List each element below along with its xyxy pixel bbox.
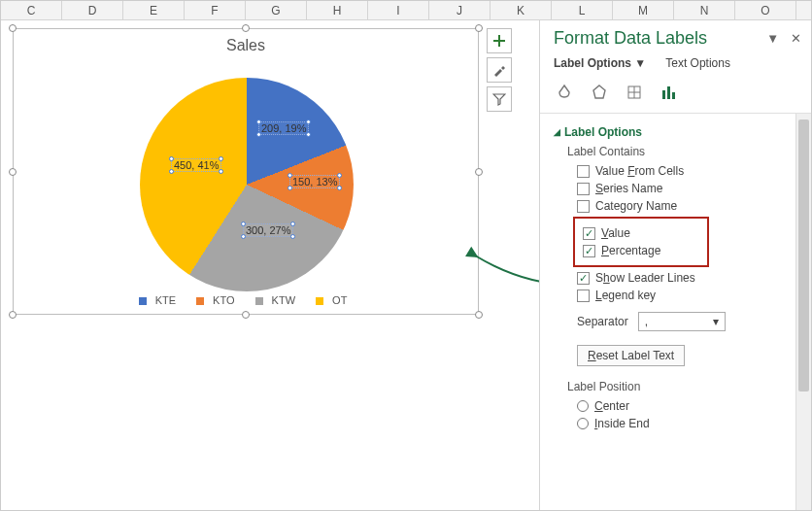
plus-icon (492, 34, 506, 48)
col-M[interactable]: M (613, 1, 674, 19)
chevron-down-icon: ▾ (713, 315, 719, 328)
label-options-icon[interactable] (659, 82, 680, 103)
effects-icon[interactable] (589, 82, 610, 103)
svg-rect-4 (672, 92, 675, 99)
col-D[interactable]: D (62, 1, 123, 19)
col-H[interactable]: H (307, 1, 368, 19)
data-label-ktw[interactable]: 300, 27% (243, 223, 293, 237)
fill-line-icon[interactable] (554, 82, 575, 103)
chart-filters-button[interactable] (487, 86, 512, 112)
chart-legend[interactable]: KTE KTO KTW OT (14, 294, 478, 306)
col-G[interactable]: G (246, 1, 307, 19)
chk-series-name[interactable]: Series Name (577, 182, 788, 195)
highlight-box: ✓Value ✓Percentage (573, 217, 709, 267)
size-properties-icon[interactable] (624, 82, 645, 103)
pane-close-icon[interactable]: ✕ (791, 31, 801, 46)
col-F[interactable]: F (185, 1, 246, 19)
chart-container[interactable]: Sales 209, 19% 150, 13% 300, 27% 450, 41… (13, 28, 479, 315)
radio-inside-end[interactable]: Inside End (577, 417, 788, 430)
col-I[interactable]: I (368, 1, 429, 19)
column-headers: C D E F G H I J K L M N O (1, 1, 811, 20)
data-label-kte[interactable]: 209, 19% (258, 121, 309, 135)
chk-percentage[interactable]: ✓Percentage (583, 244, 703, 257)
pane-scrollbar[interactable] (795, 114, 811, 510)
chk-value-from-cells[interactable]: Value From Cells (577, 164, 788, 178)
col-C[interactable]: C (1, 1, 62, 19)
radio-center[interactable]: Center (577, 399, 788, 413)
col-E[interactable]: E (123, 1, 185, 19)
chk-category-name[interactable]: Category Name (577, 199, 788, 213)
label-position-heading: Label Position (567, 380, 788, 393)
legend-item: OT (332, 294, 347, 306)
col-J[interactable]: J (429, 1, 491, 19)
label-contains-heading: Label Contains (567, 145, 788, 158)
legend-item: KTO (213, 294, 234, 306)
tab-text-options[interactable]: Text Options (665, 56, 730, 70)
format-pane: Format Data Labels ▼ ✕ Label Options ▼ T… (539, 20, 811, 510)
col-L[interactable]: L (552, 1, 613, 19)
data-label-text: 300, 27% (246, 224, 290, 236)
svg-rect-2 (662, 90, 665, 99)
chart-elements-button[interactable] (487, 28, 512, 53)
svg-marker-0 (593, 85, 605, 98)
data-label-text: 209, 19% (261, 122, 306, 134)
legend-item: KTE (155, 294, 176, 306)
data-label-text: 150, 13% (292, 176, 337, 187)
chart-styles-button[interactable] (487, 57, 512, 83)
data-label-ot[interactable]: 450, 41% (171, 158, 221, 172)
chk-legend-key[interactable]: Legend key (577, 289, 788, 302)
section-label-options[interactable]: Label Options (554, 125, 788, 139)
data-label-text: 450, 41% (174, 159, 219, 171)
chk-value[interactable]: ✓Value (583, 226, 703, 240)
separator-label: Separator (577, 315, 628, 328)
scrollbar-thumb[interactable] (798, 119, 809, 392)
chart-side-buttons (487, 28, 512, 112)
reset-label-text-button[interactable]: Reset Label Text (577, 345, 685, 366)
chk-show-leader-lines[interactable]: ✓Show Leader Lines (577, 271, 788, 285)
col-K[interactable]: K (491, 1, 552, 19)
funnel-icon (492, 92, 506, 106)
pane-menu-icon[interactable]: ▼ (766, 31, 779, 46)
data-label-kto[interactable]: 150, 13% (289, 175, 340, 188)
separator-value: , (645, 315, 648, 328)
brush-icon (492, 63, 506, 77)
pane-title: Format Data Labels (554, 28, 707, 49)
chart-title[interactable]: Sales (14, 37, 478, 54)
svg-rect-3 (667, 86, 670, 99)
tab-label-options[interactable]: Label Options ▼ (554, 56, 646, 70)
separator-select[interactable]: , ▾ (638, 312, 726, 331)
col-N[interactable]: N (674, 1, 735, 19)
legend-item: KTW (272, 294, 295, 306)
col-O[interactable]: O (735, 1, 796, 19)
